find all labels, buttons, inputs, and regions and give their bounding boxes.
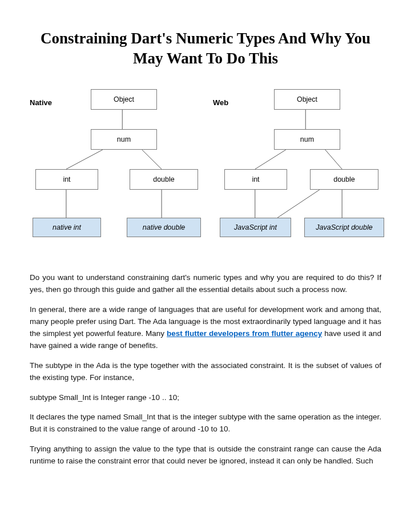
node-int: int xyxy=(35,169,98,190)
paragraph: The subtype in the Ada is the type toget… xyxy=(30,360,381,384)
native-label: Native xyxy=(30,98,52,107)
node-object: Object xyxy=(91,89,157,110)
leaf-native-double: native double xyxy=(127,218,201,237)
page-title: Constraining Dart's Numeric Types And Wh… xyxy=(30,29,381,69)
node-int: int xyxy=(224,169,287,190)
link-flutter-agency[interactable]: best flutter developers from flutter age… xyxy=(167,329,322,338)
node-num: num xyxy=(274,129,340,150)
leaf-native-int: native int xyxy=(33,218,101,237)
svg-line-6 xyxy=(255,150,286,169)
code-line: subtype Small_Int is Integer range -10 .… xyxy=(30,392,381,404)
paragraph: In general, there are a wide range of la… xyxy=(30,304,381,352)
paragraph: Trying anything to assign the value to t… xyxy=(30,443,381,467)
svg-line-10 xyxy=(277,190,320,218)
paragraph: It declares the type named Small_Int tha… xyxy=(30,411,381,435)
article-body: Do you want to understand constraining d… xyxy=(30,272,381,467)
svg-line-2 xyxy=(142,150,162,169)
paragraph: Do you want to understand constraining d… xyxy=(30,272,381,296)
node-double: double xyxy=(310,169,378,190)
svg-line-1 xyxy=(66,150,103,169)
native-tree: Native Object num int double native int … xyxy=(30,89,198,249)
type-hierarchy-diagram: Native Object num int double native int … xyxy=(30,89,381,249)
leaf-js-int: JavaScript int xyxy=(220,218,291,237)
svg-line-7 xyxy=(325,150,342,169)
node-object: Object xyxy=(274,89,340,110)
web-tree: Web Object num int double JavaScript int… xyxy=(213,89,381,249)
leaf-js-double: JavaScript double xyxy=(304,218,384,237)
node-num: num xyxy=(91,129,157,150)
web-label: Web xyxy=(213,98,228,107)
node-double: double xyxy=(130,169,198,190)
